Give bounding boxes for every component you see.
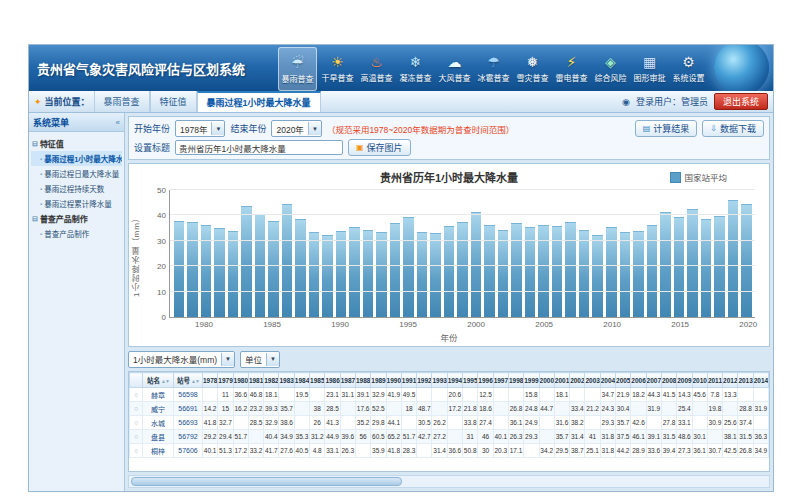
module-item[interactable]: ❄凝冻普查	[397, 47, 434, 89]
year-column-header[interactable]: 1995	[463, 373, 478, 388]
chart-bar[interactable]	[579, 230, 590, 317]
chart-bar[interactable]	[363, 230, 374, 317]
tree-item[interactable]: ▪暴雨过程1小时最大降水量	[31, 151, 122, 166]
year-column-header[interactable]: 1999	[524, 373, 539, 388]
chart-title-input[interactable]	[175, 140, 343, 155]
year-column-header[interactable]: 2013	[738, 373, 753, 388]
unit-select[interactable]: 单位 ▼	[240, 351, 280, 368]
module-item[interactable]: ♨高温普查	[358, 47, 395, 89]
module-item[interactable]: ☁大风普查	[436, 47, 473, 89]
chart-bar[interactable]	[322, 235, 333, 317]
year-column-header[interactable]: 1994	[447, 373, 462, 388]
year-column-header[interactable]: 1987	[340, 373, 355, 388]
module-item[interactable]: ▦图形审批	[631, 47, 668, 89]
save-image-button[interactable]: ▣ 保存图片	[348, 139, 411, 156]
chart-bar[interactable]	[417, 232, 428, 317]
breadcrumb-tab[interactable]: 特征值	[150, 91, 197, 112]
chart-bar[interactable]	[174, 221, 185, 317]
chart-bar[interactable]	[511, 223, 522, 317]
chart-bar[interactable]	[390, 223, 401, 317]
chart-bar[interactable]	[187, 222, 198, 317]
chart-legend[interactable]: 国家站平均	[670, 171, 727, 183]
year-column-header[interactable]: 1984	[294, 373, 309, 388]
year-column-header[interactable]: 1986	[325, 373, 340, 388]
row-select-radio[interactable]: ○	[134, 391, 138, 398]
chart-bar[interactable]	[620, 232, 631, 317]
horizontal-scrollbar[interactable]	[128, 475, 770, 488]
year-column-header[interactable]: 1997	[493, 373, 508, 388]
breadcrumb-tab[interactable]: 暴雨普查	[94, 91, 150, 112]
chart-bar[interactable]	[214, 228, 225, 317]
year-column-header[interactable]: 2000	[539, 373, 554, 388]
year-column-header[interactable]: 2002	[570, 373, 585, 388]
chart-bar[interactable]	[701, 219, 712, 317]
chart-bar[interactable]	[484, 225, 495, 317]
chart-bar[interactable]	[647, 225, 658, 317]
year-column-header[interactable]: 2004	[600, 373, 615, 388]
tree-item[interactable]: ▪暴雨过程日最大降水量	[31, 166, 122, 181]
chart-bar[interactable]	[498, 230, 509, 317]
year-column-header[interactable]: 1990	[386, 373, 401, 388]
year-column-header[interactable]: 1989	[371, 373, 386, 388]
chart-bar[interactable]	[592, 235, 603, 317]
chart-bar[interactable]	[430, 233, 441, 317]
tree-toggle-icon[interactable]: ⊟	[32, 215, 38, 223]
year-column-header[interactable]: 1979	[218, 373, 233, 388]
chart-bar[interactable]	[295, 219, 306, 317]
year-column-header[interactable]: 2005	[616, 373, 631, 388]
year-column-header[interactable]: 2006	[631, 373, 646, 388]
year-column-header[interactable]: 1991	[401, 373, 416, 388]
chart-bar[interactable]	[687, 209, 698, 317]
chart-bar[interactable]	[457, 222, 468, 317]
scrollbar-thumb[interactable]	[131, 477, 402, 486]
tree-group[interactable]: ⊟普查产品制作	[31, 211, 122, 226]
chart-bar[interactable]	[336, 231, 347, 317]
year-column-header[interactable]: 1996	[478, 373, 493, 388]
year-column-header[interactable]: 1983	[279, 373, 294, 388]
chart-bar[interactable]	[268, 221, 279, 317]
select-column-header[interactable]	[130, 373, 143, 388]
calculate-button[interactable]: ▤ 计算结果	[635, 120, 698, 137]
year-column-header[interactable]: 1992	[417, 373, 432, 388]
year-column-header[interactable]: 1980	[233, 373, 248, 388]
chart-bar[interactable]	[728, 200, 739, 317]
year-column-header[interactable]: 2014	[753, 373, 768, 388]
chart-bar[interactable]	[633, 231, 644, 317]
chart-bar[interactable]	[741, 204, 752, 317]
chart-bar[interactable]	[538, 225, 549, 317]
start-year-select[interactable]: 1978年 ▼	[175, 120, 225, 137]
chart-bar[interactable]	[228, 231, 239, 317]
chart-bar[interactable]	[376, 232, 387, 317]
chart-bar[interactable]	[565, 222, 576, 317]
logout-button[interactable]: 退出系统	[714, 93, 768, 110]
year-column-header[interactable]: 2010	[692, 373, 707, 388]
module-item[interactable]: ❅雪灾普查	[514, 47, 551, 89]
module-item[interactable]: ☀干旱普查	[319, 47, 356, 89]
year-column-header[interactable]: 2009	[677, 373, 692, 388]
station-name-header[interactable]: 站名▲▼	[143, 373, 174, 388]
chart-bar[interactable]	[201, 225, 212, 317]
sort-icon[interactable]: ▲▼	[191, 378, 199, 384]
year-column-header[interactable]: 1993	[432, 373, 447, 388]
end-year-select[interactable]: 2020年 ▼	[271, 120, 321, 137]
year-column-header[interactable]: 2012	[723, 373, 738, 388]
module-item[interactable]: ☂冰雹普查	[475, 47, 512, 89]
sidebar-collapse-icon[interactable]: «	[116, 118, 120, 127]
year-column-header[interactable]: 2008	[661, 373, 676, 388]
station-id-header[interactable]: 站号▲▼	[174, 373, 203, 388]
chart-bar[interactable]	[403, 217, 414, 317]
row-select-radio[interactable]: ○	[134, 433, 138, 440]
year-column-header[interactable]: 2003	[585, 373, 600, 388]
module-item[interactable]: ☔暴雨普查	[278, 47, 317, 91]
module-item[interactable]: ◈综合风险	[592, 47, 629, 89]
sort-icon[interactable]: ▲▼	[161, 378, 169, 384]
row-select-radio[interactable]: ○	[134, 419, 138, 426]
module-item[interactable]: ⚙系统设置	[670, 47, 707, 89]
row-select-radio[interactable]: ○	[134, 447, 138, 454]
tree-group[interactable]: ⊟特征值	[31, 136, 122, 151]
chart-bar[interactable]	[282, 204, 293, 317]
tree-item[interactable]: ▪暴雨过程持续天数	[31, 181, 122, 196]
year-column-header[interactable]: 2007	[646, 373, 661, 388]
year-column-header[interactable]: 2001	[554, 373, 569, 388]
year-column-header[interactable]: 1988	[355, 373, 370, 388]
